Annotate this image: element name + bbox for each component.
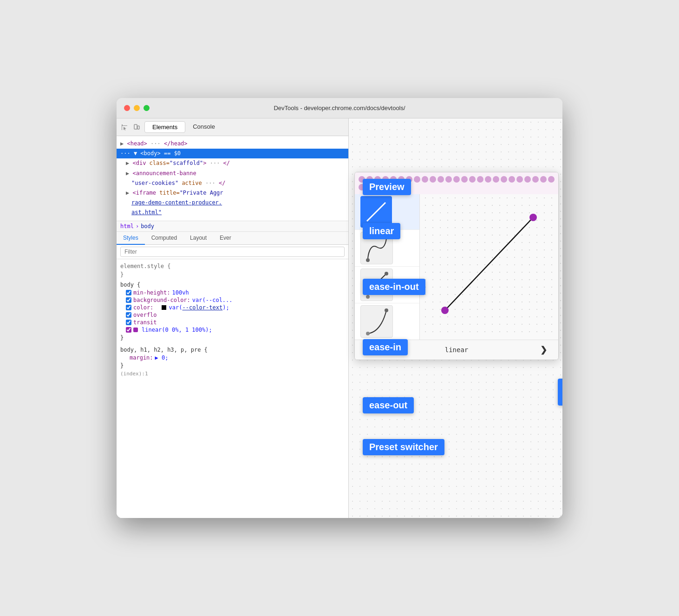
tree-line-iframe[interactable]: ▶ <iframe title="Private Aggr [117,188,348,198]
tooltip-line-editor: Line editor [558,379,562,406]
brace-close-element-style: } [117,270,348,279]
breadcrumb: html › body [117,221,348,232]
titlebar: DevTools - developer.chrome.com/docs/dev… [117,98,562,118]
tree-line-head[interactable]: ▶ <head> ··· </head> [117,139,348,149]
preset-list [355,194,420,340]
css-rules: element.style { } body { min-height: 100… [117,259,348,518]
selector-element-style: element.style { [117,262,348,270]
tab-styles[interactable]: Styles [117,232,145,245]
minimize-button[interactable] [134,105,140,111]
sub-tabs: Styles Computed Layout Ever [117,232,348,245]
maximize-button[interactable] [144,105,150,111]
tree-line-body[interactable]: ··· ▼ <body> == $0 [117,149,348,158]
dot-12 [445,176,452,183]
ease-out-icon [360,305,393,338]
next-arrow[interactable]: ❯ [536,344,551,356]
tooltip-linear: linear [363,223,400,239]
checkbox-transition[interactable] [126,320,131,325]
dot-25 [548,176,555,183]
line-editor-svg[interactable] [420,194,558,334]
dot-15 [469,176,476,183]
svg-point-9 [366,295,370,299]
dot-13 [453,176,460,183]
tree-line-ast[interactable]: ast.html" [117,208,348,217]
prop-background-color: background-color: var(--col... [117,296,348,304]
rule-body: body { min-height: 100vh background-colo… [117,280,348,343]
svg-rect-2 [122,125,122,130]
dot-14 [461,176,468,183]
dot-24 [540,176,547,183]
tooltip-ease-in: ease-in [363,339,408,355]
right-panel: Preview linear ease-in-out ease-in ease-… [349,118,562,518]
selector-body: body { [117,281,348,289]
dot-20 [509,176,515,183]
current-easing: linear [445,346,469,354]
left-panel: Elements Console ▶ <head> ··· </head> ··… [117,118,349,518]
prop-color: color: var(--color-text); [117,304,348,311]
prop-margin: margin: ▶ 0; [117,354,348,361]
checkbox-overflow[interactable] [126,312,131,318]
dot-11 [437,176,444,183]
breadcrumb-separator: › [136,223,139,229]
prop-min-height: min-height: 100vh [117,289,348,296]
filter-input[interactable] [120,247,345,257]
top-tabs: Elements Console [144,121,222,133]
html-tree: ▶ <head> ··· </head> ··· ▼ <body> == $0 … [117,136,348,221]
svg-point-12 [385,308,388,312]
prop-transition: transit [117,319,348,326]
svg-point-10 [385,272,388,275]
dot-21 [516,176,523,183]
svg-rect-1 [122,125,127,126]
traffic-lights [124,105,150,111]
prop-linear: linear(0 0%, 1 100%); [117,326,348,334]
svg-marker-3 [124,127,126,131]
devtools-body: Elements Console ▶ <head> ··· </head> ··… [117,118,562,518]
tree-line-rage[interactable]: rage-demo-content-producer. [117,198,348,208]
tab-elements[interactable]: Elements [144,121,185,133]
tooltip-ease-in-out: ease-in-out [363,279,425,295]
dot-16 [477,176,483,183]
rule-element-style: element.style { } [117,261,348,280]
window-title: DevTools - developer.chrome.com/docs/dev… [274,105,405,111]
easing-panel: ❮ linear ❯ [354,172,559,360]
breadcrumb-html[interactable]: html [120,223,134,229]
top-toolbar: Elements Console [117,118,348,136]
dot-23 [532,176,539,183]
brace-close-headings: } [117,361,348,370]
checkbox-linear[interactable] [126,327,131,333]
panel-content [355,194,558,340]
cursor-icon[interactable] [120,123,129,131]
devtools-window: DevTools - developer.chrome.com/docs/dev… [117,98,562,518]
tree-line-announce[interactable]: ▶ <announcement-banne [117,169,348,178]
svg-rect-4 [134,125,137,129]
tooltip-preview: Preview [363,179,411,195]
checkbox-min-height[interactable] [126,290,131,295]
checkbox-bg-color[interactable] [126,297,131,303]
tab-console[interactable]: Console [185,121,222,133]
svg-point-17 [529,214,537,221]
dot-9 [422,176,428,183]
dot-22 [524,176,531,183]
tree-line-cookies[interactable]: "user-cookies" active ··· </ [117,178,348,188]
tree-line-div[interactable]: ▶ <div class="scaffold"> ··· </ [117,158,348,168]
close-button[interactable] [124,105,130,111]
breadcrumb-body[interactable]: body [141,223,154,229]
selector-body-headings: body, h1, h2, h3, p, pre { [117,346,348,354]
tooltip-ease-out: ease-out [363,397,414,413]
prop-overflow: overflo [117,311,348,319]
rule-body-headings: body, h1, h2, h3, p, pre { margin: ▶ 0; … [117,343,348,379]
tab-layout[interactable]: Layout [183,232,213,245]
dot-8 [414,176,420,183]
svg-point-11 [366,332,370,335]
svg-point-7 [366,258,370,262]
checkbox-color[interactable] [126,305,131,310]
filter-bar [117,245,348,259]
dot-18 [493,176,499,183]
tab-computed[interactable]: Computed [145,232,183,245]
tab-ever[interactable]: Ever [213,232,238,245]
dot-17 [485,176,491,183]
preset-ease-out[interactable] [355,303,419,340]
source-index: (index):1 [117,370,348,378]
device-icon[interactable] [132,123,141,131]
svg-point-16 [441,307,449,314]
